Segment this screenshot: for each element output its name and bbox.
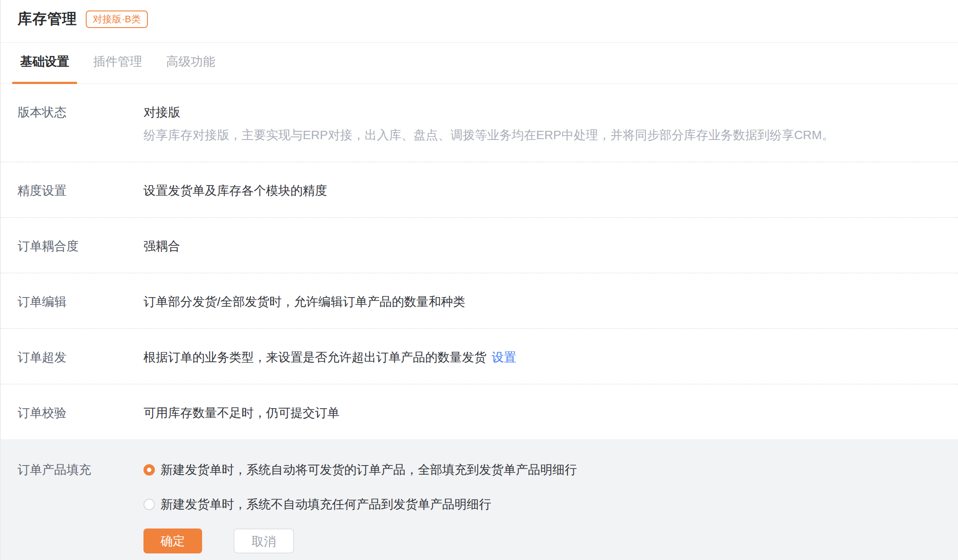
setting-label-product-fill: 订单产品填充 [17, 461, 143, 479]
setting-value-order-coupling: 强耦合 [143, 238, 941, 255]
radio-button-selected-icon[interactable] [143, 464, 155, 476]
settings-list: 版本状态 对接版 纷享库存对接版，主要实现与ERP对接，出入库、盘点、调拨等业务… [1, 84, 958, 439]
page-title: 库存管理 [17, 9, 77, 29]
overship-text: 根据订单的业务类型，来设置是否允许超出订单产品的数量发货 [143, 350, 486, 364]
setting-value-version: 对接版 [143, 104, 941, 121]
setting-label-order-validation: 订单校验 [17, 404, 143, 422]
radio-option-auto-fill-label: 新建发货单时，系统自动将可发货的订单产品，全部填充到发货单产品明细行 [161, 461, 577, 479]
setting-row-version-status: 版本状态 对接版 纷享库存对接版，主要实现与ERP对接，出入库、盘点、调拨等业务… [1, 84, 958, 162]
action-buttons: 确定 取消 [143, 528, 941, 553]
radio-button-unselected-icon[interactable] [143, 499, 155, 510]
setting-value-order-edit: 订单部分发货/全部发货时，允许编辑订单产品的数量和种类 [143, 293, 941, 311]
setting-row-order-edit: 订单编辑 订单部分发货/全部发货时，允许编辑订单产品的数量和种类 [1, 273, 958, 329]
setting-label-order-edit: 订单编辑 [17, 293, 143, 311]
setting-description-version: 纷享库存对接版，主要实现与ERP对接，出入库、盘点、调拨等业务均在ERP中处理，… [143, 126, 941, 144]
setting-label-precision: 精度设置 [17, 182, 143, 200]
setting-row-precision: 精度设置 设置发货单及库存各个模块的精度 [1, 162, 958, 218]
tab-bar: 基础设置 插件管理 高级功能 [1, 43, 958, 84]
inventory-management-page: 库存管理 对接版·B类 基础设置 插件管理 高级功能 版本状态 对接版 纷享库存… [0, 0, 958, 560]
setting-row-order-overship: 订单超发 根据订单的业务类型，来设置是否允许超出订单产品的数量发货设置 [1, 329, 958, 385]
radio-option-no-fill[interactable]: 新建发货单时，系统不自动填充任何产品到发货单产品明细行 [143, 496, 941, 513]
setting-value-order-overship: 根据订单的业务类型，来设置是否允许超出订单产品的数量发货设置 [143, 349, 941, 366]
setting-row-order-coupling: 订单耦合度 强耦合 [1, 218, 958, 273]
radio-option-no-fill-label: 新建发货单时，系统不自动填充任何产品到发货单产品明细行 [161, 496, 491, 513]
overship-settings-link[interactable]: 设置 [492, 350, 516, 364]
setting-label-version-status: 版本状态 [17, 104, 143, 121]
setting-label-order-coupling: 订单耦合度 [17, 238, 143, 255]
page-header: 库存管理 对接版·B类 [1, 0, 958, 43]
tab-plugin-management[interactable]: 插件管理 [91, 43, 145, 84]
cancel-button[interactable]: 取消 [234, 528, 294, 553]
setting-label-order-overship: 订单超发 [17, 349, 143, 366]
setting-row-order-validation: 订单校验 可用库存数量不足时，仍可提交订单 [1, 385, 958, 439]
tab-basic-settings[interactable]: 基础设置 [17, 43, 72, 84]
radio-option-auto-fill[interactable]: 新建发货单时，系统自动将可发货的订单产品，全部填充到发货单产品明细行 [143, 461, 941, 479]
confirm-button[interactable]: 确定 [143, 528, 202, 553]
setting-value-precision: 设置发货单及库存各个模块的精度 [143, 182, 941, 200]
order-product-fill-section: 订单产品填充 新建发货单时，系统自动将可发货的订单产品，全部填充到发货单产品明细… [1, 439, 958, 560]
version-badge: 对接版·B类 [86, 10, 148, 28]
tab-advanced-features[interactable]: 高级功能 [164, 43, 218, 84]
setting-value-order-validation: 可用库存数量不足时，仍可提交订单 [143, 404, 941, 422]
